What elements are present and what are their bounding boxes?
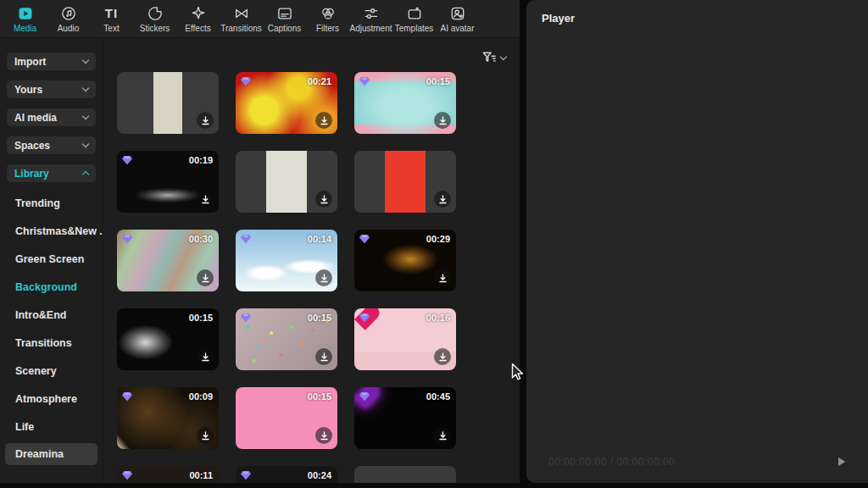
download-button[interactable] (434, 348, 451, 365)
library-category-list: TrendingChristmas&New ...Green ScreenBac… (0, 189, 103, 465)
duration-label: 00:24 (308, 470, 331, 480)
video-thumbnail-7[interactable]: 00:30 (117, 230, 219, 291)
download-button[interactable] (197, 112, 214, 129)
stickers-icon (147, 5, 164, 22)
pro-badge-icon (240, 312, 252, 324)
pro-badge-icon (121, 391, 133, 402)
library-category-transitions[interactable]: Transitions (0, 329, 103, 357)
video-thumbnail-18[interactable] (354, 466, 456, 483)
sidebar-section-library[interactable]: Library (7, 164, 96, 182)
tool-label: Captions (268, 24, 301, 33)
media-icon (17, 5, 34, 22)
tool-transitions[interactable]: Transitions (220, 0, 263, 38)
chevron-down-icon (500, 53, 507, 59)
download-button[interactable] (315, 191, 332, 208)
video-thumbnail-3[interactable]: 00:15 (354, 72, 456, 134)
video-thumbnail-6[interactable] (354, 151, 456, 213)
video-thumbnail-12[interactable]: 00:16 (354, 308, 456, 370)
video-thumbnail-2[interactable]: 00:21 (236, 72, 337, 134)
duration-label: 00:29 (426, 234, 450, 244)
chevron-down-icon (82, 85, 89, 92)
video-thumbnail-9[interactable]: 00:29 (354, 230, 456, 291)
download-button[interactable] (315, 112, 332, 129)
duration-label: 00:15 (189, 313, 213, 323)
video-editor-app: Media Audio TI Text Stickers Effects Tra… (0, 0, 868, 488)
player-controls: 00:00:00:00 / 00:00:00:00 (548, 454, 849, 469)
player-panel: Player 00:00:00:00 / 00:00:00:00 (526, 0, 868, 483)
sidebar: Import Yours AI media Spaces Library Tre… (0, 38, 103, 483)
download-button[interactable] (197, 191, 214, 208)
download-button[interactable] (315, 348, 332, 365)
library-category-green-screen[interactable]: Green Screen (0, 245, 103, 273)
play-button[interactable] (834, 454, 849, 469)
pro-badge-icon (240, 75, 252, 87)
library-category-atmosphere[interactable]: Atmosphere (0, 385, 103, 413)
filter-button[interactable] (481, 51, 506, 64)
duration-label: 00:21 (308, 76, 331, 86)
player-title: Player (542, 12, 575, 25)
section-label: Import (14, 56, 46, 68)
tool-effects[interactable]: Effects (176, 0, 220, 38)
tool-templates[interactable]: Templates (392, 0, 436, 38)
ai-avatar-icon (449, 5, 466, 22)
audio-icon (60, 5, 77, 22)
video-thumbnail-1[interactable] (117, 72, 219, 134)
tool-filters[interactable]: Filters (306, 0, 349, 38)
chevron-down-icon (82, 141, 89, 147)
tool-stickers[interactable]: Stickers (133, 0, 176, 38)
section-label: AI media (14, 112, 57, 124)
chevron-up-icon (82, 171, 89, 178)
download-button[interactable] (197, 348, 214, 365)
download-button[interactable] (315, 427, 332, 444)
captions-icon (276, 5, 293, 22)
download-button[interactable] (434, 191, 451, 208)
video-thumbnail-5[interactable] (236, 151, 337, 213)
duration-label: 00:30 (189, 234, 213, 244)
library-category-background[interactable]: Background (0, 273, 103, 301)
sidebar-section-import[interactable]: Import (7, 53, 96, 70)
pro-badge-icon (240, 233, 252, 245)
library-category-intro-end[interactable]: Intro&End (0, 301, 103, 329)
video-thumbnail-8[interactable]: 00:14 (236, 230, 337, 291)
tool-label: Templates (395, 24, 434, 33)
tool-audio[interactable]: Audio (47, 0, 90, 38)
sidebar-section-yours[interactable]: Yours (7, 80, 96, 98)
library-category-dreamina[interactable]: Dreamina (5, 443, 97, 465)
library-category-scenery[interactable]: Scenery (0, 357, 103, 385)
tool-label: Text (103, 24, 119, 33)
tool-media[interactable]: Media (3, 0, 47, 38)
library-category-life[interactable]: Life (0, 413, 103, 441)
duration-label: 00:09 (189, 391, 213, 402)
chevron-down-icon (82, 113, 89, 119)
tool-label: AI avatar (440, 24, 474, 33)
thumbnail-grid-area: 00:21 00:15 00:19 (104, 38, 520, 483)
text-icon: TI (105, 5, 118, 22)
download-button[interactable] (197, 269, 214, 286)
section-label: Yours (14, 84, 42, 96)
video-thumbnail-15[interactable]: 00:45 (354, 387, 456, 449)
library-category-trending[interactable]: Trending (0, 189, 103, 217)
tool-text[interactable]: TI Text (90, 0, 133, 38)
pro-badge-icon (121, 469, 133, 481)
video-thumbnail-11[interactable]: 00:15 (236, 308, 337, 370)
video-thumbnail-14[interactable]: 00:15 (236, 387, 337, 449)
tool-label: Audio (58, 24, 80, 33)
tool-adjustment[interactable]: Adjustment (349, 0, 392, 38)
pro-badge-icon (359, 391, 370, 402)
sidebar-section-spaces[interactable]: Spaces (7, 136, 96, 154)
video-thumbnail-4[interactable]: 00:19 (117, 151, 219, 213)
tool-captions[interactable]: Captions (263, 0, 306, 38)
library-category-christmas-new[interactable]: Christmas&New ... (0, 217, 103, 245)
download-button[interactable] (434, 427, 451, 444)
video-thumbnail-10[interactable]: 00:15 (117, 308, 219, 370)
tool-ai-avatar[interactable]: AI avatar (436, 0, 479, 38)
video-thumbnail-17[interactable]: 00:24 (236, 466, 337, 483)
download-button[interactable] (315, 269, 332, 286)
download-button[interactable] (434, 112, 451, 129)
video-thumbnail-16[interactable]: 00:11 (117, 466, 219, 483)
download-button[interactable] (197, 427, 214, 444)
video-thumbnail-13[interactable]: 00:09 (117, 387, 219, 449)
sidebar-section-ai-media[interactable]: AI media (7, 108, 96, 126)
duration-label: 00:15 (426, 76, 450, 86)
download-button[interactable] (434, 269, 451, 286)
